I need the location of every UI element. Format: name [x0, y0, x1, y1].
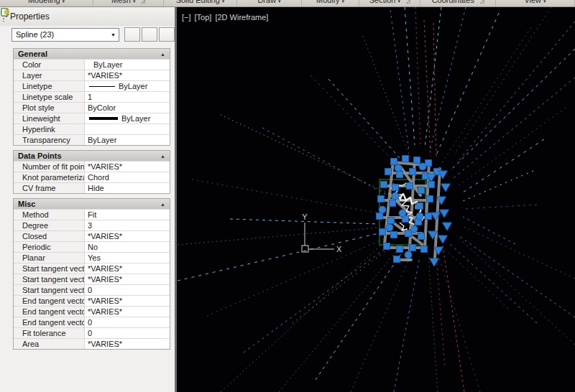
- grip-circle[interactable]: [419, 163, 426, 170]
- select-objects-button[interactable]: [142, 27, 157, 42]
- grip-triangle[interactable]: [443, 223, 452, 230]
- grip-circle[interactable]: [410, 225, 418, 233]
- grip-circle[interactable]: [399, 210, 406, 217]
- grip-square[interactable]: [397, 246, 403, 253]
- grip-circle[interactable]: [405, 251, 412, 258]
- grip-square[interactable]: [391, 232, 397, 238]
- grip-square[interactable]: [402, 156, 409, 162]
- property-value[interactable]: *VARIES*: [85, 231, 170, 241]
- property-value[interactable]: [85, 124, 170, 134]
- property-value[interactable]: *VARIES*: [85, 307, 170, 317]
- section-header[interactable]: General▲: [14, 49, 170, 59]
- property-value[interactable]: 3: [85, 220, 170, 230]
- ribbon-panel-solid-editing[interactable]: Solid Editing▾: [164, 0, 237, 7]
- grip-circle[interactable]: [392, 192, 399, 200]
- property-value[interactable]: *VARIES*: [85, 70, 170, 80]
- property-value[interactable]: Chord: [85, 172, 170, 182]
- ribbon-panel-coordinates[interactable]: Coordinates◿: [420, 0, 496, 7]
- grip-square[interactable]: [377, 213, 383, 220]
- grip-square[interactable]: [391, 159, 397, 165]
- grip-square[interactable]: [381, 182, 387, 188]
- grip-triangle[interactable]: [430, 258, 439, 266]
- grip-triangle[interactable]: [441, 184, 451, 192]
- property-row: PeriodicNo: [14, 241, 170, 252]
- grip-square[interactable]: [384, 243, 390, 250]
- viewport-control-visual-style[interactable]: [2D Wireframe]: [215, 13, 268, 22]
- property-row: Area*VARIES*: [14, 338, 170, 349]
- property-value[interactable]: 0: [85, 317, 170, 327]
- ribbon-panel-mesh[interactable]: Mesh▾◿: [93, 0, 164, 7]
- ribbon-panel-draw[interactable]: Draw▾: [237, 0, 302, 7]
- panel-launcher-icon[interactable]: ◿: [480, 0, 484, 4]
- property-value[interactable]: No: [85, 242, 170, 252]
- grip-square[interactable]: [410, 169, 416, 175]
- property-value[interactable]: ByLayer: [85, 60, 170, 70]
- property-value[interactable]: ByLayer: [85, 113, 170, 123]
- panel-launcher-icon[interactable]: ◿: [406, 0, 410, 4]
- property-value[interactable]: Yes: [85, 253, 170, 263]
- quick-select-button[interactable]: [159, 27, 175, 42]
- property-value[interactable]: 1: [85, 92, 170, 102]
- panel-launcher-icon[interactable]: ◿: [142, 0, 145, 4]
- grip-square[interactable]: [397, 172, 403, 178]
- pickadd-toggle-button[interactable]: [124, 27, 140, 42]
- property-value[interactable]: Fit: [85, 210, 170, 220]
- viewport-control-view[interactable]: [Top]: [195, 13, 212, 22]
- grip-circle[interactable]: [379, 206, 386, 213]
- grip-square[interactable]: [426, 213, 432, 220]
- grip-circle[interactable]: [416, 213, 423, 220]
- ribbon-panel-view[interactable]: View▾: [496, 0, 575, 7]
- grip-circle[interactable]: [386, 224, 393, 231]
- viewport-canvas[interactable]: XY: [178, 7, 575, 392]
- property-value[interactable]: Hide: [85, 183, 170, 193]
- collapse-arrow-icon[interactable]: ▲: [160, 202, 165, 207]
- grip-square[interactable]: [385, 169, 392, 175]
- section-header[interactable]: Misc▲: [14, 199, 170, 209]
- property-value[interactable]: 0: [85, 328, 170, 338]
- property-label: Hyperlink: [14, 124, 85, 134]
- object-type-dropdown[interactable]: Spline (23) ▼: [12, 28, 119, 42]
- property-row: Plot styleByColor: [14, 102, 170, 113]
- grip-triangle[interactable]: [431, 213, 441, 220]
- property-value[interactable]: *VARIES*: [85, 263, 170, 274]
- grip-square[interactable]: [418, 233, 425, 240]
- property-value[interactable]: *VARIES*: [85, 296, 170, 306]
- property-value-text: Yes: [88, 253, 101, 262]
- palette-title-bar[interactable]: Properties: [0, 7, 175, 26]
- grip-square[interactable]: [417, 203, 423, 210]
- grip-square[interactable]: [407, 183, 413, 190]
- grip-circle[interactable]: [395, 164, 402, 172]
- grip-square[interactable]: [378, 196, 385, 202]
- property-value[interactable]: 0: [85, 285, 170, 295]
- grip-square[interactable]: [414, 157, 420, 164]
- ribbon-panel-modeling[interactable]: Modeling▾: [0, 0, 93, 7]
- grip-square[interactable]: [390, 200, 396, 207]
- collapse-arrow-icon[interactable]: ▲: [160, 52, 165, 57]
- grip-triangle[interactable]: [440, 210, 449, 218]
- grip-square[interactable]: [427, 196, 433, 202]
- grip-square[interactable]: [405, 230, 412, 237]
- property-value[interactable]: ByLayer: [85, 135, 170, 145]
- property-row: Closed*VARIES*: [14, 230, 170, 241]
- drawing-viewport[interactable]: [−] [Top] [2D Wireframe] XY: [178, 7, 575, 392]
- property-value[interactable]: *VARIES*: [85, 162, 170, 172]
- ribbon-panel-modify[interactable]: Modify▾: [302, 0, 359, 7]
- ribbon-panel-section[interactable]: Section▾◿: [359, 0, 420, 7]
- grip-square[interactable]: [421, 246, 428, 253]
- property-value[interactable]: *VARIES*: [85, 339, 170, 349]
- grip-square[interactable]: [380, 229, 386, 235]
- grip-square[interactable]: [394, 256, 400, 263]
- property-value[interactable]: ByColor: [85, 103, 170, 113]
- ribbon: Modeling▾Mesh▾◿Solid Editing▾Draw▾Modify…: [0, 0, 575, 7]
- palette-title: Properties: [10, 11, 50, 22]
- viewport-control-minus[interactable]: [−]: [182, 13, 191, 22]
- grip-square[interactable]: [418, 187, 425, 194]
- section-header[interactable]: Data Points▲: [14, 151, 170, 161]
- grip-square[interactable]: [388, 218, 395, 224]
- property-value[interactable]: *VARIES*: [85, 274, 170, 284]
- collapse-arrow-icon[interactable]: ▲: [160, 154, 165, 159]
- property-value[interactable]: ByLayer: [85, 81, 170, 91]
- grip-triangle[interactable]: [438, 235, 448, 243]
- grip-square[interactable]: [410, 245, 416, 251]
- grip-square[interactable]: [392, 185, 399, 191]
